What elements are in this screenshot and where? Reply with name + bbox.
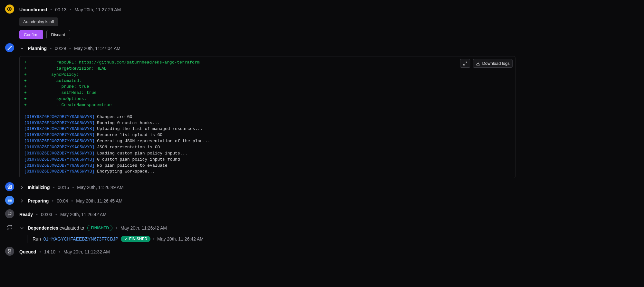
stage-unconfirmed: Unconfirmed • 00:13 • May 20th, 11:27:29… bbox=[5, 5, 639, 39]
download-label: Download logs bbox=[482, 61, 510, 66]
stage-timestamp: May 20th, 11:26:42 AM bbox=[60, 212, 107, 217]
arrows-icon bbox=[5, 223, 14, 232]
download-logs-button[interactable]: Download logs bbox=[473, 59, 513, 68]
stage-duration: 00:15 bbox=[58, 185, 69, 190]
confirm-button[interactable]: Confirm bbox=[19, 30, 43, 39]
expand-button[interactable] bbox=[460, 59, 470, 68]
download-icon bbox=[476, 61, 480, 66]
stage-queued: Queued • 14:10 • May 20th, 11:12:32 AM bbox=[5, 247, 639, 256]
stage-initializing: Initializing • 00:15 • May 20th, 11:26:4… bbox=[5, 183, 639, 192]
gear-icon bbox=[5, 182, 14, 191]
run-status-pill: FINISHED bbox=[121, 236, 150, 242]
stage-duration: 00:29 bbox=[55, 46, 66, 51]
stage-ready: Ready • 00:03 • May 20th, 11:26:42 AM bbox=[5, 210, 639, 219]
stage-duration: 00:13 bbox=[55, 7, 66, 12]
run-label: Run bbox=[33, 236, 41, 242]
diff-block: + repoURL: https://github.com/saturnhead… bbox=[24, 60, 511, 108]
svg-line-2 bbox=[463, 64, 465, 65]
stage-planning: Planning • 00:29 • May 20th, 11:27:04 AM… bbox=[5, 44, 639, 178]
stage-preparing: Preparing • 00:04 • May 20th, 11:26:45 A… bbox=[5, 196, 639, 205]
stage-dependencies: Dependencies evaluated to FINISHED • May… bbox=[5, 223, 639, 243]
chevron-down-icon[interactable] bbox=[19, 46, 24, 51]
separator-dot: • bbox=[52, 198, 53, 203]
separator-dot: • bbox=[53, 185, 54, 190]
log-id: [01HY68Z6EJX0ZDB7YY9A05WVYB] bbox=[24, 145, 94, 150]
stage-title: Ready bbox=[19, 212, 33, 217]
check-icon bbox=[124, 237, 128, 241]
separator-dot: • bbox=[36, 212, 38, 217]
stage-title: Planning bbox=[28, 46, 47, 51]
stage-title: Dependencies evaluated to bbox=[28, 225, 84, 231]
stage-timestamp: May 20th, 11:27:29 AM bbox=[74, 7, 121, 12]
hourglass-icon bbox=[5, 247, 14, 256]
stage-timestamp: May 20th, 11:12:32 AM bbox=[63, 249, 110, 254]
stage-timestamp: May 20th, 11:26:45 AM bbox=[76, 198, 122, 203]
separator-dot: • bbox=[50, 7, 52, 12]
stage-title: Preparing bbox=[28, 198, 49, 203]
log-id: [01HY68Z6EJX0ZDB7YY9A05WVYB] bbox=[24, 139, 94, 144]
svg-line-1 bbox=[466, 62, 467, 63]
chevron-down-icon[interactable] bbox=[19, 225, 24, 231]
dependency-run-row: Run 01HYAGYCHFAEEBZYN673F7CBJP FINISHED … bbox=[27, 235, 639, 243]
separator-dot: • bbox=[72, 185, 74, 190]
log-id: [01HY68Z6EJX0ZDB7YY9A05WVYB] bbox=[24, 133, 94, 137]
separator-dot: • bbox=[39, 249, 41, 254]
expand-icon bbox=[463, 61, 467, 66]
log-id: [01HY68Z6EJX0ZDB7YY9A05WVYB] bbox=[24, 126, 94, 131]
separator-dot: • bbox=[153, 236, 155, 242]
log-id: [01HY68Z6EJX0ZDB7YY9A05WVYB] bbox=[24, 151, 94, 156]
log-block: [01HY68Z6EJX0ZDB7YY9A05WVYB] Changes are… bbox=[24, 114, 511, 175]
stage-title: Initializing bbox=[28, 185, 50, 190]
separator-dot: • bbox=[69, 46, 71, 51]
separator-dot: • bbox=[116, 225, 117, 231]
stage-timestamp: May 20th, 11:27:04 AM bbox=[74, 46, 120, 51]
stage-timestamp: May 20th, 11:26:49 AM bbox=[77, 185, 123, 190]
discard-button[interactable]: Discard bbox=[46, 30, 70, 39]
separator-dot: • bbox=[55, 212, 57, 217]
eye-icon bbox=[5, 5, 14, 14]
log-id: [01HY68Z6EJX0ZDB7YY9A05WVYB] bbox=[24, 121, 94, 125]
run-timestamp: May 20th, 11:26:42 AM bbox=[157, 236, 204, 242]
svg-point-4 bbox=[9, 186, 10, 187]
run-id-link[interactable]: 01HYAGYCHFAEEBZYN673F7CBJP bbox=[43, 236, 118, 242]
checklist-icon bbox=[5, 196, 14, 205]
stage-duration: 14:10 bbox=[44, 249, 55, 254]
chevron-right-icon[interactable] bbox=[19, 185, 24, 190]
stage-timestamp: May 20th, 11:26:42 AM bbox=[120, 225, 167, 231]
pencil-icon bbox=[5, 43, 14, 52]
flag-icon bbox=[5, 209, 14, 218]
stage-title: Unconfirmed bbox=[19, 7, 47, 12]
stage-duration: 00:04 bbox=[57, 198, 68, 203]
separator-dot: • bbox=[71, 198, 73, 203]
separator-dot: • bbox=[70, 7, 71, 12]
separator-dot: • bbox=[50, 46, 52, 51]
separator-dot: • bbox=[59, 249, 60, 254]
log-panel: Download logs + repoURL: https://github.… bbox=[19, 56, 515, 178]
log-id: [01HY68Z6EJX0ZDB7YY9A05WVYB] bbox=[24, 169, 94, 174]
status-pill-finished: FINISHED bbox=[87, 225, 112, 231]
svg-point-0 bbox=[9, 8, 10, 10]
stage-duration: 00:03 bbox=[41, 212, 52, 217]
stage-title: Queued bbox=[19, 249, 36, 254]
autodeploy-badge: Autodeploy is off bbox=[19, 17, 58, 26]
log-id: [01HY68Z6EJX0ZDB7YY9A05WVYB] bbox=[24, 163, 94, 168]
log-id: [01HY68Z6EJX0ZDB7YY9A05WVYB] bbox=[24, 157, 94, 162]
log-id: [01HY68Z6EJX0ZDB7YY9A05WVYB] bbox=[24, 114, 94, 119]
chevron-right-icon[interactable] bbox=[19, 198, 24, 203]
